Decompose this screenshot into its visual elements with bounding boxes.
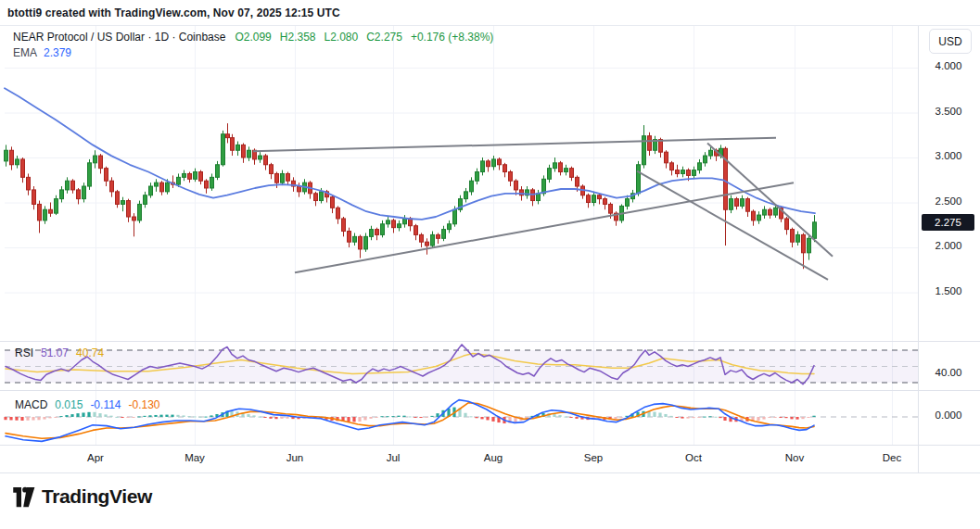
time-tick-label: Jul	[370, 452, 416, 463]
macd-axis-tick: 0.000	[920, 409, 977, 421]
macd-hist-value: 0.015	[55, 398, 83, 411]
attribution-text: btotti9 created with TradingView.com, No…	[7, 6, 340, 19]
price-tick-label: 2.000	[920, 240, 977, 251]
macd-signal-value: -0.130	[129, 398, 160, 411]
rsi-legend: RSI51.0740.74	[15, 346, 104, 359]
tradingview-logo-icon	[12, 486, 35, 508]
price-tick-label: 4.000	[920, 60, 977, 71]
close-value: C2.275	[366, 31, 402, 44]
tradingview-wordmark: TradingView	[42, 485, 152, 508]
currency-usd-button[interactable]: USD	[929, 29, 972, 54]
macd-line-value: -0.114	[90, 398, 121, 411]
time-tick-label: Sep	[570, 452, 617, 463]
ema-legend: EMA2.379	[13, 46, 71, 59]
time-tick-label: Jun	[272, 452, 318, 463]
price-tick-label: 1.500	[920, 285, 977, 296]
ema-value: 2.379	[44, 46, 71, 59]
symbol-title[interactable]: NEAR Protocol / US Dollar · 1D · Coinbas…	[13, 31, 225, 44]
time-tick-label: Aug	[470, 452, 516, 463]
time-tick-label: Oct	[670, 452, 717, 463]
rsi-label[interactable]: RSI	[15, 346, 33, 359]
open-value: O2.099	[235, 31, 271, 44]
price-tick-label: 2.500	[920, 195, 977, 207]
high-value: H2.358	[280, 31, 316, 44]
price-tick-label: 3.500	[920, 106, 977, 117]
change-value: +0.176 (+8.38%)	[411, 31, 493, 44]
rsi-axis-tick: 40.00	[920, 367, 977, 378]
tradingview-link[interactable]: TradingView	[12, 485, 152, 508]
macd-label[interactable]: MACD	[15, 398, 47, 411]
published-chart-page: btotti9 created with TradingView.com, No…	[0, 0, 980, 529]
ema-label[interactable]: EMA	[13, 46, 37, 59]
rsi-ma-value: 40.74	[76, 346, 104, 359]
time-tick-label: May	[172, 452, 218, 463]
time-tick-label: Dec	[869, 452, 915, 463]
macd-legend: MACD0.015-0.114-0.130	[15, 398, 160, 411]
low-value: L2.080	[325, 31, 359, 44]
rsi-value: 51.07	[41, 346, 69, 359]
symbol-legend: NEAR Protocol / US Dollar · 1D · Coinbas…	[13, 31, 502, 44]
time-tick-label: Nov	[771, 452, 818, 463]
attribution-bar: btotti9 created with TradingView.com, No…	[0, 0, 980, 26]
price-tick-label: 3.000	[920, 150, 977, 161]
time-tick-label: Apr	[72, 452, 119, 463]
last-price-badge: 2.275	[922, 214, 974, 231]
